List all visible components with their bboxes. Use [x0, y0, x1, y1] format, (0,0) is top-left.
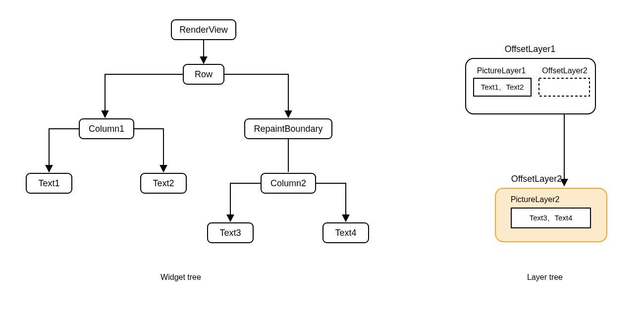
node-column1: Column1: [79, 119, 134, 139]
widget-tree: RenderView Row Column1 RepaintBoundary: [26, 20, 369, 281]
offsetlayer1-label: OffsetLayer1: [505, 44, 556, 54]
node-text4: Text4: [323, 223, 369, 243]
node-repaintboundary: RepaintBoundary: [245, 119, 332, 139]
node-text3: Text3: [208, 223, 253, 243]
node-row: Row: [183, 64, 224, 84]
diagram-root: RenderView Row Column1 RepaintBoundary: [0, 0, 644, 318]
node-text1: Text1: [26, 173, 72, 193]
picturelayer2-label: PictureLayer2: [511, 195, 560, 204]
node-text2: Text2: [141, 173, 186, 193]
picturelayer1-label: PictureLayer1: [477, 66, 526, 75]
edge-column1-text2: [134, 129, 163, 172]
edge-row-column1: [105, 74, 183, 117]
node-label: RenderView: [179, 25, 228, 35]
node-label: Text4: [335, 228, 356, 238]
node-renderview: RenderView: [171, 20, 236, 40]
offsetlayer2-inner-label: OffsetLayer2: [542, 66, 587, 75]
picturelayer1-content: Text1、Text2: [481, 83, 524, 91]
node-label: Text2: [153, 178, 174, 188]
edge-column1-text1: [49, 129, 79, 172]
offsetlayer2-bottom-label: OffsetLayer2: [511, 174, 562, 184]
node-column2: Column2: [261, 173, 316, 193]
edge-row-repaint: [224, 74, 288, 117]
layer-tree-caption: Layer tree: [527, 273, 563, 281]
node-label: Column1: [89, 124, 124, 134]
node-label: Column2: [270, 178, 306, 188]
edge-column2-text4: [316, 183, 346, 221]
node-label: Text3: [219, 228, 241, 238]
edge-column2-text3: [230, 183, 261, 221]
layer-tree: OffsetLayer1 PictureLayer1 OffsetLayer2 …: [466, 44, 607, 281]
widget-tree-caption: Widget tree: [161, 273, 201, 281]
node-label: RepaintBoundary: [254, 124, 322, 134]
offsetlayer2-dashed-box: [539, 78, 590, 96]
picturelayer2-content: Text3、Text4: [530, 213, 573, 222]
node-label: Text1: [38, 178, 59, 188]
node-label: Row: [195, 69, 213, 79]
